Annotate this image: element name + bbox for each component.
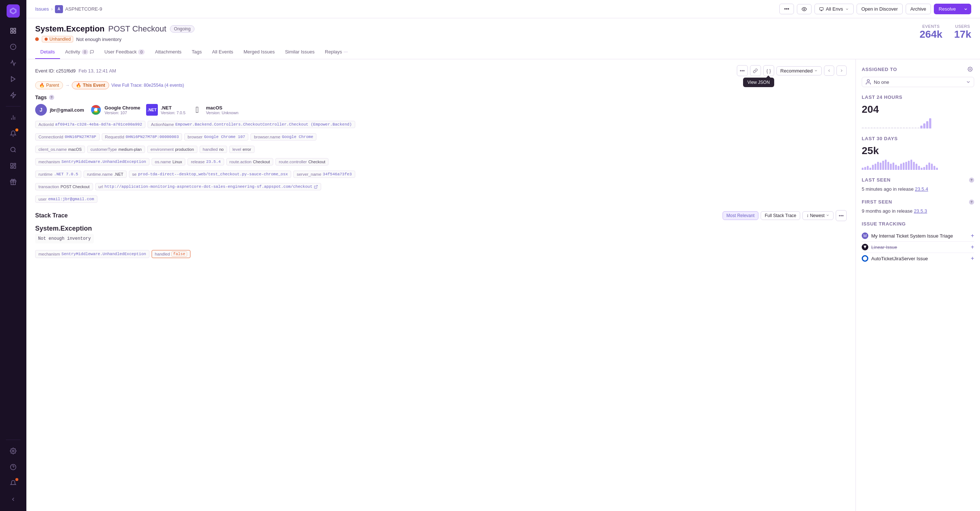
tag-pill-runtime[interactable]: runtime.NET 7.0.5 [35,171,81,178]
last-30d-section: Last 30 Days 25k [862,136,974,170]
sidebar-item-alerts[interactable] [6,126,21,141]
next-event-button[interactable] [837,65,847,76]
tag-pill-server-name[interactable]: server_name34f546a73fe3 [293,171,355,178]
chrome-tag-icon [90,104,102,116]
bar-30d [934,166,935,170]
bar-24h [873,127,876,129]
bar-24h [882,127,885,129]
sidebar-item-metrics[interactable] [6,110,21,125]
current-event-pill[interactable]: 🔥 This Event [72,81,109,89]
tag-pill-user[interactable]: useremail:jbr@gmail.com [35,195,97,203]
tags-info-icon[interactable]: ? [49,95,54,100]
tracking-add-2[interactable]: + [971,255,974,262]
sidebar-item-replays[interactable] [6,72,21,86]
tag-pill-environment[interactable]: environmentproduction [147,146,197,153]
sidebar-item-notifications[interactable] [6,476,21,490]
tab-tags[interactable]: Tags [187,45,207,59]
resolve-dropdown-button[interactable] [960,4,971,14]
tag-pill-release[interactable]: release23.5.4 [188,158,224,165]
tracking-add-1[interactable]: + [971,244,974,251]
assign-dropdown[interactable]: No one [862,77,974,87]
tracking-add-0[interactable]: + [971,232,974,239]
tab-user-feedback[interactable]: User Feedback 0 [99,45,150,59]
parent-event-pill[interactable]: 🔥 Parent [35,81,63,89]
apple-tag-icon:  [191,104,203,116]
tag-pill-actionid[interactable]: ActionIdaf69417a-c328-4eba-8d7a-a701ce00… [35,121,145,128]
archive-button[interactable]: Archive [906,4,931,14]
sidebar-item-discover[interactable] [6,143,21,157]
tag-pill-transaction[interactable]: transactionPOST Checkout [35,183,93,190]
chrome-tag-item: Google Chrome Version: 107 [90,104,141,116]
tag-pill-requestid[interactable]: RequestId0HN16PN27M78P:00000003 [102,133,182,141]
first-seen-info-icon[interactable]: ? [969,200,974,205]
tab-merged-issues[interactable]: Merged Issues [239,45,280,59]
sidebar-item-issues[interactable] [6,40,21,54]
tag-pill-se[interactable]: seprod-tda-direct--desktop_web/test_chec… [129,171,291,178]
event-header: Event ID: c251f6d9 Feb 13, 12:41 AM ••• … [35,65,847,76]
tag-pill-actionname[interactable]: ActionNameEmpower.Backend.Controllers.Ch… [148,121,355,128]
issue-meta: Unhandled Not enough inventory [35,36,194,43]
tag-pill-browser[interactable]: browserGoogle Chrome 107 [184,133,248,141]
sidebar [0,0,26,511]
last-seen-info-icon[interactable]: ? [969,178,974,182]
sidebar-item-dashboard[interactable] [6,24,21,38]
tab-similar-issues[interactable]: Similar Issues [280,45,320,59]
env-selector[interactable]: All Envs [815,4,854,14]
bar-30d [872,165,874,170]
event-id: Event ID: c251f6d9 [35,68,76,74]
event-link-button[interactable] [750,65,761,76]
prev-event-button[interactable] [824,65,834,76]
tag-pill-browser-name[interactable]: browser.nameGoogle Chrome [250,133,317,141]
tag-pill-runtime-name[interactable]: runtime.name.NET [83,171,126,178]
first-seen-release[interactable]: 23.5.3 [914,208,927,214]
sidebar-item-profiling[interactable] [6,88,21,103]
sort-button[interactable]: ↕ Newest [802,211,834,220]
tag-pill-route-controller[interactable]: route.controllerCheckout [275,158,328,165]
tag-pill-mechanism[interactable]: mechanismSentryMiddleware.UnhandledExcep… [35,158,150,165]
tag-pill-level[interactable]: levelerror [229,146,255,153]
view-json-tooltip: View JSON [743,78,774,87]
tags-grid-7: useremail:jbr@gmail.com [35,195,847,203]
sidebar-item-settings[interactable] [6,444,21,458]
stack-mechanism-tag[interactable]: mechanism SentryMiddleware.UnhandledExce… [35,250,150,258]
stack-trace-section: Stack Trace Most Relevant Full Stack Tra… [35,210,847,258]
most-relevant-button[interactable]: Most Relevant [722,211,759,220]
tag-pill-url[interactable]: urlhttp://application-monitoring-aspnetc… [95,183,321,190]
full-trace-link[interactable]: View Full Trace: 80e2554a (4 events) [111,83,184,88]
view-json-button[interactable]: { } [763,65,774,76]
breadcrumb-project[interactable]: ASPNETCORE-9 [65,6,102,12]
stack-more-button[interactable]: ••• [836,210,847,221]
recommended-dropdown[interactable]: Recommended [776,66,822,75]
tab-replays[interactable]: Replays [320,45,353,59]
tag-pill-route-action[interactable]: route.actionCheckout [226,158,274,165]
tab-details[interactable]: Details [35,45,60,59]
assigned-settings-icon[interactable] [966,65,974,73]
watch-button[interactable] [797,4,811,14]
tag-pill-customer-type[interactable]: customerTypemedium-plan [87,146,145,153]
resolve-button[interactable]: Resolve [934,4,960,14]
tab-attachments[interactable]: Attachments [150,45,186,59]
tag-pill-handled[interactable]: handledno [200,146,227,153]
sidebar-item-dashboards[interactable] [6,159,21,173]
more-button[interactable]: ••• [779,4,794,14]
bar-30d [903,162,905,170]
stack-handled-tag[interactable]: handled false [152,250,191,258]
svg-rect-15 [11,163,13,166]
sidebar-item-performance[interactable] [6,56,21,70]
tag-pill-client-os[interactable]: client_os.namemacOS [35,146,85,153]
tag-pill-connectionid[interactable]: ConnectionId0HN16PN27M78P [35,133,100,141]
tab-activity[interactable]: Activity 0 [60,45,99,59]
breadcrumb-issues[interactable]: Issues [35,6,49,12]
tag-pill-os-name[interactable]: os.nameLinux [152,158,185,165]
sidebar-item-help[interactable] [6,460,21,474]
tab-all-events[interactable]: All Events [207,45,239,59]
full-stack-button[interactable]: Full Stack Trace [760,211,800,220]
open-discover-button[interactable]: Open in Discover [857,4,903,14]
sidebar-item-releases[interactable] [6,175,21,189]
right-panel: Assigned To No one Last 24 Hours [856,59,980,511]
logo[interactable] [6,5,20,17]
sidebar-collapse-button[interactable] [6,492,21,506]
svg-rect-18 [11,167,13,168]
event-more-button[interactable]: ••• [737,65,748,76]
last-seen-release[interactable]: 23.5.4 [915,186,928,192]
